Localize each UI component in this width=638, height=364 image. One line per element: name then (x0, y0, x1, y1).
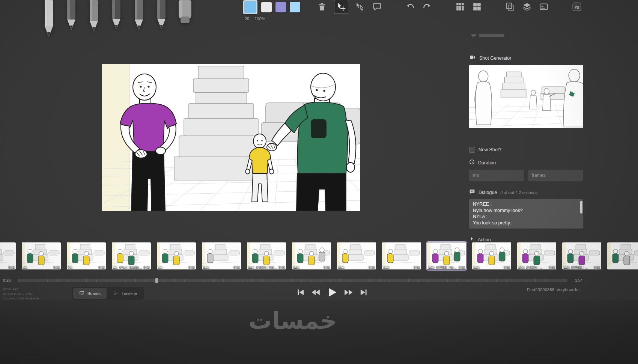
total-time: 1:54 (575, 278, 582, 283)
board-thumbnail-label: 18ANYREE : …0:02 (563, 265, 600, 269)
dialogue-scrollbar[interactable] (580, 201, 582, 214)
board-thumbnail-15a[interactable]: 15ANYREE : Nyla…0:02 (427, 242, 466, 269)
captions-icon[interactable] (539, 2, 549, 12)
timeline-rows-icon (113, 290, 119, 296)
fast-forward-button[interactable] (344, 287, 354, 297)
board-inspector: Shot Generator (469, 30, 583, 251)
timeline-scrubber[interactable] (18, 279, 567, 282)
brush-opacity-value: 100% (254, 17, 265, 21)
shot-generator-preview[interactable] (469, 65, 583, 128)
current-color-swatch[interactable] (243, 0, 257, 14)
brush-meta: 20 100% (243, 17, 300, 21)
board-thumbnail-label: 11AJASON : Kidz c…0:05 (248, 265, 285, 269)
duration-ms-input[interactable] (469, 170, 524, 181)
board-thumbnail-strip: 0:02 6A0:02 7A0:02 (0, 242, 638, 269)
palette-color-2-swatch[interactable] (275, 2, 286, 12)
board-thumbnail-17a[interactable]: 17AJASON : …0:02 (517, 242, 556, 269)
onion-skin-icon[interactable] (505, 2, 515, 12)
board-thumbnail-16a[interactable]: 16A0:02 (472, 242, 511, 269)
boards-stat: 57 BOARDS, 1 SHOT (3, 292, 39, 296)
duration-label: Duration (478, 160, 496, 165)
eraser-tool-icon[interactable] (176, 0, 194, 24)
current-time: 0:28 (3, 278, 11, 283)
play-button[interactable] (326, 286, 339, 299)
pencil-tool-icon[interactable] (63, 0, 80, 31)
board-thumbnail-18a[interactable]: 18ANYREE : …0:02 (562, 242, 601, 269)
photoshop-icon[interactable]: Ps (572, 2, 582, 12)
light-pencil-tool-icon[interactable] (41, 0, 57, 38)
brush-size-value: 20 (245, 17, 249, 21)
shot-generator-preview-art (469, 65, 583, 128)
board-thumbnail-7a[interactable]: 7A0:02 (67, 242, 106, 269)
board-thumbnail-label: 0:02 (0, 265, 15, 269)
board-thumbnail-label: 10A0:02 (203, 265, 240, 269)
board-thumbnail-label: 15ANYREE : Nyla…0:02 (428, 265, 465, 269)
skip-end-button[interactable] (359, 287, 369, 297)
toolbar-actions: Ps (317, 2, 582, 12)
dialogue-icon (469, 189, 475, 196)
board-thumbnail-10a[interactable]: 10A0:02 (202, 242, 241, 269)
dialogue-header: Dialogue // about 4.2 seconds (469, 189, 583, 196)
svg-text:Ps: Ps (575, 5, 579, 10)
shot-generator-header: Shot Generator (469, 55, 583, 62)
color-swatches (243, 0, 300, 14)
board-thumbnail-13a[interactable]: 13A0:02 (337, 242, 376, 269)
board-thumbnail-14a[interactable]: 14A0:02 (382, 242, 421, 269)
grid-icon[interactable] (455, 2, 465, 12)
shot-stat: SHOT 15A (3, 287, 39, 292)
rewind-button[interactable] (311, 287, 321, 297)
board-thumbnail[interactable]: 0:02 (0, 242, 16, 269)
board-thumbnail-label: 6A0:02 (23, 265, 60, 269)
board-thumbnail-6a[interactable]: 6A0:02 (22, 242, 61, 269)
playback-controls (296, 286, 369, 299)
board-thumbnail-9a[interactable]: 9A0:02 (157, 242, 196, 269)
duration-frames-input[interactable] (528, 170, 583, 181)
toolbar-group-gap (389, 7, 398, 7)
playhead-handle[interactable] (155, 278, 158, 283)
skip-start-button[interactable] (296, 287, 305, 297)
board-thumbnail-8a[interactable]: 8ANYLA : Daddy…0:02 (112, 242, 151, 269)
bottom-shade (0, 300, 638, 364)
toolbar-group-gap (556, 7, 565, 7)
view-toggle: Boards Timeline (72, 287, 144, 300)
board-thumbnail-label: 14A0:02 (383, 265, 420, 269)
palette-color-1-swatch[interactable] (261, 2, 272, 12)
brush-tool-icon[interactable] (108, 0, 125, 30)
pointer-duplicate-icon[interactable] (355, 2, 365, 12)
thumbnails-icon[interactable] (472, 2, 482, 12)
board-thumbnail-label: 17AJASON : …0:02 (518, 265, 555, 269)
action-label: Action (478, 237, 491, 242)
dialogue-editor: NYREE : Nyla how mommy look? NYLA : You … (469, 199, 583, 229)
tab-timeline[interactable]: Timeline (107, 288, 143, 299)
board-thumbnail-label: 9A0:02 (158, 265, 195, 269)
comment-icon[interactable] (372, 2, 382, 12)
monitor-icon (79, 290, 84, 296)
board-canvas[interactable] (102, 64, 360, 211)
tab-timeline-label: Timeline (122, 291, 137, 296)
board-thumbnail-11a[interactable]: 11AJASON : Kidz c…0:05 (247, 242, 286, 269)
dialogue-textarea[interactable]: NYREE : Nyla how mommy look? NYLA : You … (469, 199, 583, 229)
note-pen-tool-icon[interactable] (131, 0, 147, 31)
new-shot-checkbox[interactable] (469, 147, 475, 153)
board-thumbnail[interactable] (607, 242, 638, 269)
marker-tool-icon[interactable] (153, 0, 170, 30)
board-thumbnail-label: 13A0:02 (338, 265, 375, 269)
pointer-move-icon[interactable] (334, 0, 348, 14)
board-thumbnail-label: 8ANYLA : Daddy…0:02 (113, 265, 150, 269)
board-artwork (102, 64, 360, 211)
toolbar-group-gap (489, 7, 498, 7)
redo-icon[interactable] (422, 2, 432, 12)
palette-color-3-swatch[interactable] (290, 2, 300, 12)
timeline-scrubber-row: 0:28 1:54 (0, 278, 638, 284)
tab-boards[interactable]: Boards (73, 288, 107, 299)
layers-icon[interactable] (522, 2, 532, 12)
pen-tool-icon[interactable] (86, 0, 102, 32)
board-thumbnail-label: 12A0:02 (293, 265, 330, 269)
project-filename: First20200858.storyboarder (527, 287, 580, 292)
clipped-panel-item (471, 30, 583, 37)
board-thumbnail-label: 7A0:02 (68, 265, 105, 269)
board-thumbnail-12a[interactable]: 12A0:02 (292, 242, 331, 269)
trash-icon[interactable] (317, 2, 327, 12)
shot-generator-label: Shot Generator (479, 56, 511, 61)
undo-icon[interactable] (405, 2, 415, 12)
